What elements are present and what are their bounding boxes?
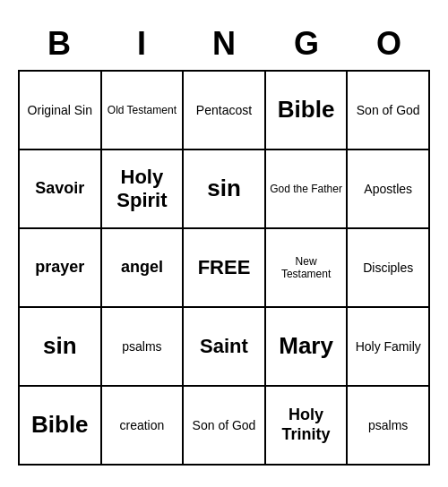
cell-text-r0-c1: Old Testament	[108, 104, 177, 116]
header-letter-i: I	[100, 21, 183, 70]
cell-text-r4-c0: Bible	[31, 411, 89, 439]
cell-r4-c4[interactable]: psalms	[348, 387, 430, 466]
cell-text-r2-c2: FREE	[198, 256, 251, 279]
cell-text-r3-c1: psalms	[122, 339, 161, 355]
header-letter-g: G	[265, 21, 348, 70]
cell-text-r4-c1: creation	[119, 418, 164, 433]
cell-r0-c2[interactable]: Pentacost	[184, 72, 266, 150]
cell-r0-c3[interactable]: Bible	[266, 72, 349, 150]
cell-text-r3-c0: sin	[43, 332, 77, 360]
cell-r4-c3[interactable]: Holy Trinity	[266, 387, 349, 466]
cell-r1-c3[interactable]: God the Father	[266, 150, 349, 229]
bingo-grid: Original SinOld TestamentPentacostBibleS…	[18, 70, 430, 466]
cell-text-r1-c0: Savoir	[35, 179, 84, 199]
cell-text-r2-c0: prayer	[35, 258, 84, 278]
cell-text-r3-c2: Saint	[200, 335, 248, 358]
cell-r3-c2[interactable]: Saint	[184, 308, 266, 387]
cell-text-r1-c2: sin	[207, 175, 241, 202]
header-letter-n: N	[183, 21, 265, 70]
cell-r2-c0[interactable]: prayer	[20, 229, 102, 308]
cell-text-r4-c3: Holy Trinity	[270, 406, 343, 444]
cell-text-r0-c3: Bible	[278, 96, 335, 124]
cell-text-r2-c1: angel	[121, 258, 163, 278]
bingo-card: BINGO Original SinOld TestamentPentacost…	[9, 13, 439, 474]
cell-r0-c0[interactable]: Original Sin	[20, 72, 102, 150]
cell-r0-c4[interactable]: Son of God	[348, 72, 430, 150]
cell-text-r1-c1: Holy Spirit	[106, 166, 179, 213]
cell-r1-c2[interactable]: sin	[184, 150, 266, 229]
header-letter-b: B	[18, 21, 100, 70]
cell-r4-c1[interactable]: creation	[102, 387, 185, 466]
cell-r4-c0[interactable]: Bible	[20, 387, 102, 466]
cell-r3-c0[interactable]: sin	[20, 308, 102, 387]
cell-text-r3-c3: Mary	[279, 332, 333, 360]
cell-r2-c2[interactable]: FREE	[184, 229, 266, 308]
header-letter-o: O	[348, 21, 430, 70]
cell-text-r0-c2: Pentacost	[196, 103, 252, 118]
cell-r2-c3[interactable]: New Testament	[266, 229, 349, 308]
cell-text-r2-c3: New Testament	[270, 255, 343, 281]
cell-text-r3-c4: Holy Family	[356, 339, 421, 355]
bingo-header: BINGO	[18, 21, 430, 70]
cell-text-r0-c0: Original Sin	[28, 103, 92, 118]
cell-r3-c4[interactable]: Holy Family	[348, 308, 430, 387]
cell-text-r1-c3: God the Father	[270, 183, 342, 195]
cell-r2-c1[interactable]: angel	[102, 229, 185, 308]
cell-r1-c0[interactable]: Savoir	[20, 150, 102, 229]
cell-r2-c4[interactable]: Disciples	[348, 229, 430, 308]
cell-r1-c1[interactable]: Holy Spirit	[102, 150, 185, 229]
cell-text-r2-c4: Disciples	[363, 261, 413, 276]
cell-text-r4-c2: Son of God	[193, 418, 256, 433]
cell-r0-c1[interactable]: Old Testament	[102, 72, 185, 150]
cell-text-r1-c4: Apostles	[364, 182, 412, 197]
cell-r4-c2[interactable]: Son of God	[184, 387, 266, 466]
cell-r1-c4[interactable]: Apostles	[348, 150, 430, 229]
cell-text-r4-c4: psalms	[368, 418, 408, 433]
cell-r3-c1[interactable]: psalms	[102, 308, 185, 387]
cell-r3-c3[interactable]: Mary	[266, 308, 349, 387]
cell-text-r0-c4: Son of God	[357, 103, 420, 118]
